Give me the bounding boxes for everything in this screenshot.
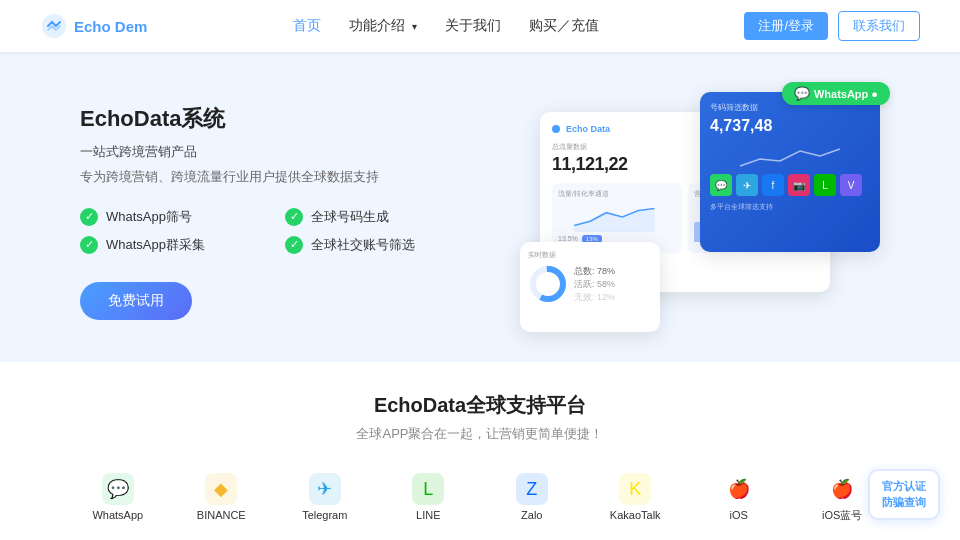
app-logo-5: K bbox=[619, 473, 651, 505]
nav-item-features[interactable]: 功能介绍 ▾ bbox=[349, 17, 417, 35]
app-item-line[interactable]: LLINE bbox=[381, 467, 477, 528]
trust-badge[interactable]: 官方认证 防骗查询 bbox=[868, 469, 940, 520]
feature-item-3: ✓ WhatsApp群采集 bbox=[80, 236, 255, 254]
overlay-viber-icon: V bbox=[840, 174, 862, 196]
logo-icon bbox=[40, 12, 68, 40]
chevron-down-icon: ▾ bbox=[412, 21, 417, 32]
app-name-2: Telegram bbox=[302, 509, 347, 522]
app-item-telegram[interactable]: ✈Telegram bbox=[277, 467, 373, 528]
overlay-label: 多平台全球筛选支持 bbox=[710, 202, 870, 212]
feature-item-4: ✓ 全球社交账号筛选 bbox=[285, 236, 460, 254]
app-name-5: KakaoTalk bbox=[610, 509, 661, 522]
whatsapp-icon: 💬 bbox=[794, 86, 810, 101]
overlay-chart bbox=[710, 141, 870, 171]
check-icon-3: ✓ bbox=[80, 236, 98, 254]
feature-item-1: ✓ WhatsApp筛号 bbox=[80, 208, 255, 226]
logo[interactable]: Echo Dem bbox=[40, 12, 147, 40]
nav-buttons: 注册/登录 联系我们 bbox=[744, 11, 920, 41]
app-logo-0: 💬 bbox=[102, 473, 134, 505]
app-logo-6: 🍎 bbox=[723, 473, 755, 505]
check-icon-4: ✓ bbox=[285, 236, 303, 254]
dashboard-overlay-card: 💬 WhatsApp ● 号码筛选数据 4,737,48 💬 ✈ f 📷 L V… bbox=[700, 92, 880, 252]
overlay-ig-icon: 📷 bbox=[788, 174, 810, 196]
nav-link-about[interactable]: 关于我们 bbox=[445, 17, 501, 33]
small-card-content: 总数: 78% 活跃: 58% 无效: 12% bbox=[528, 264, 652, 304]
hero-title: EchoData系统 bbox=[80, 104, 460, 134]
small-card-stats: 总数: 78% 活跃: 58% 无效: 12% bbox=[574, 265, 615, 304]
trust-line2: 防骗查询 bbox=[882, 495, 926, 510]
app-name-4: Zalo bbox=[521, 509, 542, 522]
dashboard-mockup: Echo Data 总流量数据 11,121,22 流量/转化率通道 13.5%… bbox=[500, 92, 880, 332]
trial-button[interactable]: 免费试用 bbox=[80, 282, 192, 320]
chart-label: 流量/转化率通道 bbox=[558, 189, 676, 199]
app-name-7: iOS蓝号 bbox=[822, 509, 862, 522]
overlay-line-icon: L bbox=[814, 174, 836, 196]
feature-item-2: ✓ 全球号码生成 bbox=[285, 208, 460, 226]
check-icon-2: ✓ bbox=[285, 208, 303, 226]
dashboard-small-card: 实时数据 总数: 78% 活跃: 58% 无效: 12% bbox=[520, 242, 660, 332]
hero-right: Echo Data 总流量数据 11,121,22 流量/转化率通道 13.5%… bbox=[500, 92, 880, 332]
app-grid: 💬WhatsApp◆BINANCE✈TelegramLLINEZZaloKKak… bbox=[70, 467, 890, 540]
nav-item-about[interactable]: 关于我们 bbox=[445, 17, 501, 35]
nav-link-purchase[interactable]: 购买／充值 bbox=[529, 17, 599, 33]
small-card-label: 实时数据 bbox=[528, 250, 652, 260]
app-logo-7: 🍎 bbox=[826, 473, 858, 505]
nav-link-features[interactable]: 功能介绍 ▾ bbox=[349, 17, 417, 33]
nav-link-home[interactable]: 首页 bbox=[293, 17, 321, 33]
trust-line1: 官方认证 bbox=[882, 479, 926, 494]
app-item-kakaotalk[interactable]: KKakaoTalk bbox=[588, 467, 684, 528]
logo-text: Echo Dem bbox=[74, 18, 147, 35]
app-item-zalo[interactable]: ZZalo bbox=[484, 467, 580, 528]
overlay-telegram-icon: ✈ bbox=[736, 174, 758, 196]
donut-chart bbox=[528, 264, 568, 304]
overlay-app-icons: 💬 ✈ f 📷 L V bbox=[710, 174, 870, 196]
check-icon-1: ✓ bbox=[80, 208, 98, 226]
platform-title: EchoData全球支持平台 bbox=[60, 392, 900, 419]
app-logo-4: Z bbox=[516, 473, 548, 505]
hero-section: EchoData系统 一站式跨境营销产品 专为跨境营销、跨境流量行业用户提供全球… bbox=[0, 52, 960, 362]
app-name-3: LINE bbox=[416, 509, 440, 522]
nav-links: 首页 功能介绍 ▾ 关于我们 购买／充值 bbox=[293, 17, 599, 35]
app-item-binance[interactable]: ◆BINANCE bbox=[174, 467, 270, 528]
app-logo-1: ◆ bbox=[205, 473, 237, 505]
app-item-ios[interactable]: 🍎iOS bbox=[691, 467, 787, 528]
platform-subtitle: 全球APP聚合在一起，让营销更简单便捷！ bbox=[60, 425, 900, 443]
platform-section: EchoData全球支持平台 全球APP聚合在一起，让营销更简单便捷！ 💬Wha… bbox=[0, 362, 960, 540]
app-name-1: BINANCE bbox=[197, 509, 246, 522]
svg-point-0 bbox=[42, 14, 66, 38]
app-item-whatsapp[interactable]: 💬WhatsApp bbox=[70, 467, 166, 528]
hero-left: EchoData系统 一站式跨境营销产品 专为跨境营销、跨境流量行业用户提供全球… bbox=[80, 104, 460, 320]
contact-button[interactable]: 联系我们 bbox=[838, 11, 920, 41]
nav-item-home[interactable]: 首页 bbox=[293, 17, 321, 35]
nav-item-purchase[interactable]: 购买／充值 bbox=[529, 17, 599, 35]
overlay-num: 4,737,48 bbox=[710, 117, 870, 135]
brand-dot bbox=[552, 125, 560, 133]
feature-grid: ✓ WhatsApp筛号 ✓ 全球号码生成 ✓ WhatsApp群采集 ✓ 全球… bbox=[80, 208, 460, 254]
app-name-0: WhatsApp bbox=[92, 509, 143, 522]
dashboard-brand: Echo Data bbox=[566, 124, 610, 134]
line-chart bbox=[558, 202, 676, 232]
app-name-6: iOS bbox=[730, 509, 748, 522]
app-logo-2: ✈ bbox=[309, 473, 341, 505]
register-button[interactable]: 注册/登录 bbox=[744, 12, 828, 40]
app-logo-3: L bbox=[412, 473, 444, 505]
hero-product-type: 一站式跨境营销产品 bbox=[80, 142, 460, 163]
overlay-whatsapp-icon: 💬 bbox=[710, 174, 732, 196]
overlay-fb-icon: f bbox=[762, 174, 784, 196]
overlay-title: 号码筛选数据 bbox=[710, 102, 870, 113]
hero-desc: 专为跨境营销、跨境流量行业用户提供全球数据支持 bbox=[80, 167, 460, 188]
navbar: Echo Dem 首页 功能介绍 ▾ 关于我们 购买／充值 注册/登录 联系我们 bbox=[0, 0, 960, 52]
